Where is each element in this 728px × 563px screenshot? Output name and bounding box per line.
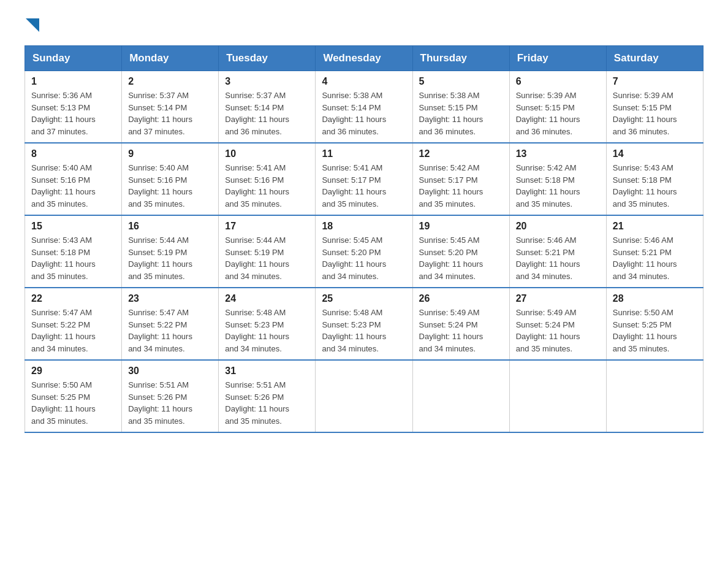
calendar-cell: 15Sunrise: 5:43 AMSunset: 5:18 PMDayligh…	[25, 215, 122, 288]
calendar-cell: 9Sunrise: 5:40 AMSunset: 5:16 PMDaylight…	[122, 143, 219, 215]
calendar-cell: 19Sunrise: 5:45 AMSunset: 5:20 PMDayligh…	[412, 215, 509, 288]
calendar-cell: 8Sunrise: 5:40 AMSunset: 5:16 PMDaylight…	[25, 143, 122, 215]
day-info: Sunrise: 5:49 AMSunset: 5:24 PMDaylight:…	[516, 307, 600, 354]
day-info: Sunrise: 5:38 AMSunset: 5:14 PMDaylight:…	[322, 90, 406, 137]
logo	[25, 18, 39, 33]
page-header	[25, 18, 703, 33]
day-info: Sunrise: 5:38 AMSunset: 5:15 PMDaylight:…	[419, 90, 503, 137]
calendar-cell: 2Sunrise: 5:37 AMSunset: 5:14 PMDaylight…	[122, 71, 219, 144]
day-info: Sunrise: 5:42 AMSunset: 5:17 PMDaylight:…	[419, 162, 503, 210]
day-info: Sunrise: 5:44 AMSunset: 5:19 PMDaylight:…	[225, 234, 309, 282]
day-info: Sunrise: 5:47 AMSunset: 5:22 PMDaylight:…	[128, 307, 212, 354]
calendar-week-row: 22Sunrise: 5:47 AMSunset: 5:22 PMDayligh…	[25, 288, 703, 360]
day-info: Sunrise: 5:50 AMSunset: 5:25 PMDaylight:…	[613, 307, 697, 354]
svg-marker-0	[26, 18, 39, 32]
day-info: Sunrise: 5:45 AMSunset: 5:20 PMDaylight:…	[419, 234, 503, 282]
calendar-cell: 25Sunrise: 5:48 AMSunset: 5:23 PMDayligh…	[316, 288, 412, 360]
calendar-cell: 24Sunrise: 5:48 AMSunset: 5:23 PMDayligh…	[219, 288, 316, 360]
day-info: Sunrise: 5:46 AMSunset: 5:21 PMDaylight:…	[613, 234, 697, 282]
calendar-cell: 1Sunrise: 5:36 AMSunset: 5:13 PMDaylight…	[25, 71, 122, 144]
day-info: Sunrise: 5:46 AMSunset: 5:21 PMDaylight:…	[516, 234, 600, 282]
calendar-table: SundayMondayTuesdayWednesdayThursdayFrid…	[25, 45, 703, 433]
day-number: 25	[322, 293, 406, 304]
day-info: Sunrise: 5:48 AMSunset: 5:23 PMDaylight:…	[225, 307, 309, 354]
day-number: 6	[516, 76, 600, 87]
day-info: Sunrise: 5:37 AMSunset: 5:14 PMDaylight:…	[225, 90, 309, 137]
day-info: Sunrise: 5:48 AMSunset: 5:23 PMDaylight:…	[322, 307, 406, 354]
logo-arrow-icon	[26, 18, 39, 32]
day-number: 2	[128, 76, 212, 87]
day-info: Sunrise: 5:44 AMSunset: 5:19 PMDaylight:…	[128, 234, 212, 282]
calendar-cell: 23Sunrise: 5:47 AMSunset: 5:22 PMDayligh…	[122, 288, 219, 360]
weekday-header-wednesday: Wednesday	[316, 46, 412, 71]
day-info: Sunrise: 5:43 AMSunset: 5:18 PMDaylight:…	[31, 234, 115, 282]
day-info: Sunrise: 5:45 AMSunset: 5:20 PMDaylight:…	[322, 234, 406, 282]
calendar-cell: 4Sunrise: 5:38 AMSunset: 5:14 PMDaylight…	[316, 71, 412, 144]
day-info: Sunrise: 5:51 AMSunset: 5:26 PMDaylight:…	[225, 379, 309, 427]
calendar-cell: 14Sunrise: 5:43 AMSunset: 5:18 PMDayligh…	[606, 143, 703, 215]
day-number: 7	[613, 76, 697, 87]
day-number: 5	[419, 76, 503, 87]
calendar-cell	[412, 360, 509, 432]
day-number: 27	[516, 293, 600, 304]
day-number: 3	[225, 76, 309, 87]
day-info: Sunrise: 5:37 AMSunset: 5:14 PMDaylight:…	[128, 90, 212, 137]
calendar-week-row: 15Sunrise: 5:43 AMSunset: 5:18 PMDayligh…	[25, 215, 703, 288]
day-number: 29	[31, 366, 115, 377]
calendar-cell: 30Sunrise: 5:51 AMSunset: 5:26 PMDayligh…	[122, 360, 219, 432]
day-number: 26	[419, 293, 503, 304]
calendar-cell: 17Sunrise: 5:44 AMSunset: 5:19 PMDayligh…	[219, 215, 316, 288]
calendar-cell: 21Sunrise: 5:46 AMSunset: 5:21 PMDayligh…	[606, 215, 703, 288]
day-info: Sunrise: 5:41 AMSunset: 5:16 PMDaylight:…	[225, 162, 309, 210]
calendar-cell: 16Sunrise: 5:44 AMSunset: 5:19 PMDayligh…	[122, 215, 219, 288]
calendar-cell: 20Sunrise: 5:46 AMSunset: 5:21 PMDayligh…	[509, 215, 606, 288]
calendar-cell: 3Sunrise: 5:37 AMSunset: 5:14 PMDaylight…	[219, 71, 316, 144]
calendar-cell: 11Sunrise: 5:41 AMSunset: 5:17 PMDayligh…	[316, 143, 412, 215]
day-number: 19	[419, 221, 503, 232]
day-info: Sunrise: 5:43 AMSunset: 5:18 PMDaylight:…	[613, 162, 697, 210]
day-number: 14	[613, 148, 697, 159]
day-info: Sunrise: 5:39 AMSunset: 5:15 PMDaylight:…	[516, 90, 600, 137]
weekday-header-tuesday: Tuesday	[219, 46, 316, 71]
day-info: Sunrise: 5:42 AMSunset: 5:18 PMDaylight:…	[516, 162, 600, 210]
day-info: Sunrise: 5:36 AMSunset: 5:13 PMDaylight:…	[31, 90, 115, 137]
calendar-header-row: SundayMondayTuesdayWednesdayThursdayFrid…	[25, 46, 703, 71]
day-number: 18	[322, 221, 406, 232]
day-info: Sunrise: 5:39 AMSunset: 5:15 PMDaylight:…	[613, 90, 697, 137]
calendar-cell	[606, 360, 703, 432]
day-number: 20	[516, 221, 600, 232]
weekday-header-saturday: Saturday	[606, 46, 703, 71]
day-number: 24	[225, 293, 309, 304]
calendar-cell: 26Sunrise: 5:49 AMSunset: 5:24 PMDayligh…	[412, 288, 509, 360]
calendar-cell: 10Sunrise: 5:41 AMSunset: 5:16 PMDayligh…	[219, 143, 316, 215]
day-info: Sunrise: 5:51 AMSunset: 5:26 PMDaylight:…	[128, 379, 212, 427]
calendar-cell: 31Sunrise: 5:51 AMSunset: 5:26 PMDayligh…	[219, 360, 316, 432]
day-number: 4	[322, 76, 406, 87]
day-number: 16	[128, 221, 212, 232]
day-number: 30	[128, 366, 212, 377]
day-info: Sunrise: 5:50 AMSunset: 5:25 PMDaylight:…	[31, 379, 115, 427]
weekday-header-monday: Monday	[122, 46, 219, 71]
day-number: 15	[31, 221, 115, 232]
day-info: Sunrise: 5:49 AMSunset: 5:24 PMDaylight:…	[419, 307, 503, 354]
calendar-cell: 6Sunrise: 5:39 AMSunset: 5:15 PMDaylight…	[509, 71, 606, 144]
day-info: Sunrise: 5:40 AMSunset: 5:16 PMDaylight:…	[31, 162, 115, 210]
day-number: 11	[322, 148, 406, 159]
day-number: 23	[128, 293, 212, 304]
weekday-header-friday: Friday	[509, 46, 606, 71]
calendar-week-row: 1Sunrise: 5:36 AMSunset: 5:13 PMDaylight…	[25, 71, 703, 144]
calendar-cell: 18Sunrise: 5:45 AMSunset: 5:20 PMDayligh…	[316, 215, 412, 288]
calendar-cell: 7Sunrise: 5:39 AMSunset: 5:15 PMDaylight…	[606, 71, 703, 144]
day-number: 13	[516, 148, 600, 159]
day-number: 1	[31, 76, 115, 87]
calendar-cell: 28Sunrise: 5:50 AMSunset: 5:25 PMDayligh…	[606, 288, 703, 360]
calendar-cell	[316, 360, 412, 432]
calendar-cell: 27Sunrise: 5:49 AMSunset: 5:24 PMDayligh…	[509, 288, 606, 360]
day-number: 22	[31, 293, 115, 304]
calendar-week-row: 29Sunrise: 5:50 AMSunset: 5:25 PMDayligh…	[25, 360, 703, 432]
day-number: 9	[128, 148, 212, 159]
calendar-cell: 12Sunrise: 5:42 AMSunset: 5:17 PMDayligh…	[412, 143, 509, 215]
day-info: Sunrise: 5:41 AMSunset: 5:17 PMDaylight:…	[322, 162, 406, 210]
weekday-header-sunday: Sunday	[25, 46, 122, 71]
weekday-header-thursday: Thursday	[412, 46, 509, 71]
